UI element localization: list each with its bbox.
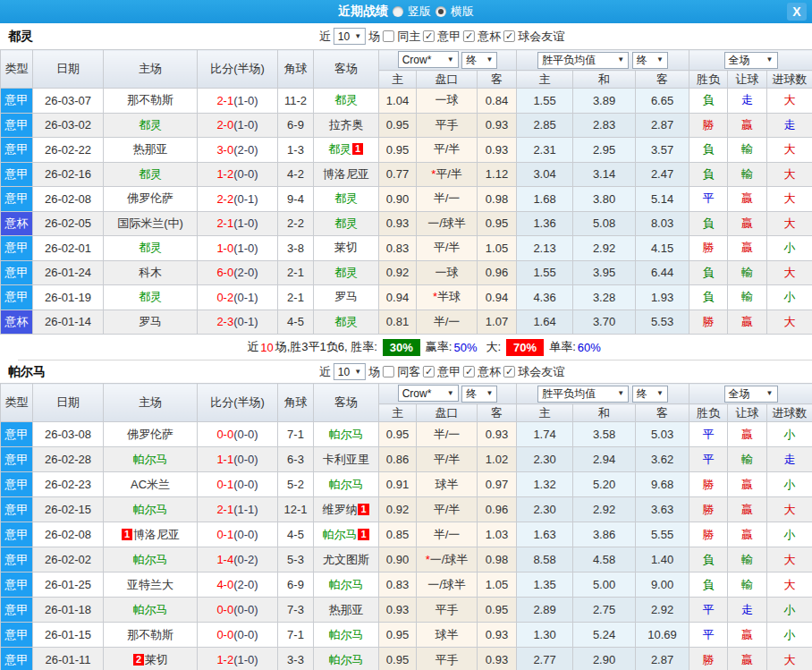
handicap-rate-value: 50% — [453, 341, 477, 354]
corner-score: 11-2 — [278, 89, 314, 114]
result-indicator: 負 — [689, 138, 728, 163]
home-odds: 0.93 — [379, 211, 417, 236]
avg-group-header: 胜平负均值▼ 终▼ — [517, 384, 689, 404]
league-label: 意甲 — [437, 364, 461, 380]
league-type-badge: 意杯 — [1, 211, 33, 236]
home-odds: 0.95 — [379, 138, 417, 163]
cup-checkbox[interactable]: ✓ — [463, 366, 475, 377]
corner-score: 7-1 — [278, 623, 314, 648]
chevron-down-icon: ▼ — [354, 33, 361, 40]
match-row: 意杯26-02-05国际米兰(中)2-1(1-0)2-2都灵0.93一/球半0.… — [1, 211, 812, 236]
scope-select[interactable]: 全场▼ — [724, 52, 778, 69]
home-odds: 0.92 — [379, 260, 417, 285]
match-score: 2-1(1-0) — [198, 211, 278, 236]
avg-away: 5.53 — [636, 310, 689, 335]
result-indicator: 負 — [689, 89, 728, 114]
away-team: 帕尔马1 — [314, 522, 379, 547]
result-indicator: 平 — [689, 623, 728, 648]
away-team: 博洛尼亚 — [314, 162, 379, 187]
radio-horizontal-label[interactable]: 横版 — [451, 4, 474, 20]
home-odds: 0.95 — [379, 623, 417, 648]
avg-select[interactable]: 胜平负均值▼ — [537, 386, 629, 403]
match-date: 26-01-14 — [33, 310, 104, 335]
league-type-badge: 意甲 — [1, 113, 33, 138]
avg-home: 1.63 — [517, 522, 573, 547]
near-label: 近 — [319, 364, 331, 380]
away-odds: 0.96 — [478, 260, 517, 285]
handicap-result-indicator: 輸 — [728, 138, 767, 163]
friendly-checkbox[interactable]: ✓ — [503, 30, 515, 42]
final-odds-select[interactable]: 终▼ — [461, 52, 497, 69]
league-checkbox[interactable]: ✓ — [423, 366, 435, 377]
league-checkbox[interactable]: ✓ — [423, 30, 435, 42]
away-team: 热那亚 — [314, 598, 379, 623]
cup-checkbox[interactable]: ✓ — [463, 30, 475, 42]
col-away: 客场 — [314, 384, 379, 422]
same-away-checkbox[interactable] — [383, 366, 394, 377]
same-away-label: 同客 — [397, 364, 420, 380]
radio-vertical-label[interactable]: 竖版 — [408, 4, 431, 20]
friendly-checkbox[interactable]: ✓ — [503, 366, 515, 377]
away-team: 都灵1 — [314, 138, 379, 163]
corner-score: 9-4 — [278, 187, 314, 212]
single-rate-value: 60% — [578, 341, 601, 354]
match-count-select[interactable]: 10▼ — [334, 28, 366, 45]
col-score: 比分(半场) — [198, 384, 278, 422]
final-odds-select[interactable]: 终▼ — [461, 386, 497, 403]
match-score: 0-0(0-0) — [198, 598, 278, 623]
league-type-badge: 意甲 — [1, 497, 33, 522]
match-count-select[interactable]: 10▼ — [334, 363, 366, 380]
away-team: 卡利亚里 — [314, 447, 379, 472]
home-team: 都灵 — [104, 236, 198, 261]
away-odds: 0.93 — [478, 138, 517, 163]
home-team: 国际米兰(中) — [104, 211, 198, 236]
home-odds: 0.83 — [379, 572, 417, 598]
chevron-down-icon: ▼ — [656, 390, 664, 397]
corner-score: 7-1 — [278, 422, 314, 447]
chevron-down-icon: ▼ — [354, 369, 361, 376]
avg-away: 5.55 — [636, 522, 689, 547]
avg-away: 9.68 — [636, 472, 689, 497]
home-odds: 0.85 — [379, 522, 417, 547]
close-icon[interactable]: X — [787, 3, 807, 21]
scope-select[interactable]: 全场▼ — [724, 386, 778, 403]
league-type-badge: 意甲 — [1, 472, 33, 497]
radio-vertical-layout[interactable] — [393, 6, 403, 17]
team-section-header-2: 帕尔马 近 10▼ 场 同客 ✓ 意甲 ✓ 意杯 ✓ 球会友谊 — [0, 360, 812, 383]
same-home-checkbox[interactable] — [383, 30, 394, 42]
match-row: 意甲26-02-22热那亚3-0(2-0)1-3都灵10.95平/半0.932.… — [1, 138, 812, 163]
result-indicator: 平 — [689, 447, 728, 472]
home-team: 帕尔马 — [104, 547, 198, 572]
bookmaker-select[interactable]: Crow*▼ — [398, 385, 459, 402]
avg-final-select[interactable]: 终▼ — [632, 386, 668, 403]
radio-horizontal-layout[interactable] — [436, 6, 446, 17]
odds-group-header: Crow*▼ 终▼ — [379, 50, 517, 71]
match-row: 意甲26-02-08佛罗伦萨2-2(0-1)9-4都灵0.90半/一0.981.… — [1, 187, 812, 212]
handicap-result-indicator: 贏 — [728, 522, 767, 547]
match-score: 3-0(2-0) — [198, 138, 278, 163]
games-label: 场 — [368, 29, 380, 45]
summary-count: 10 — [260, 341, 273, 354]
league-type-badge: 意甲 — [1, 447, 33, 472]
match-score: 0-1(0-0) — [198, 472, 278, 497]
handicap-line: 球半 — [417, 623, 478, 648]
col-goals: 进球数 — [767, 71, 812, 89]
goals-result-indicator: 大 — [767, 572, 812, 598]
check-icon: ✓ — [465, 367, 473, 377]
match-row: 意甲26-03-08佛罗伦萨0-0(0-0)7-1帕尔马0.95半/一0.931… — [1, 422, 812, 447]
league-type-badge: 意甲 — [1, 162, 33, 187]
col-type: 类型 — [1, 50, 33, 89]
handicap-result-indicator: 輸 — [728, 547, 767, 572]
avg-away: 3.62 — [636, 447, 689, 472]
filters-1: 近 10▼ 场 同主 ✓ 意甲 ✓ 意杯 ✓ 球会友谊 — [319, 28, 564, 45]
league-type-badge: 意甲 — [1, 260, 33, 285]
avg-draw: 2.94 — [573, 447, 636, 472]
bookmaker-select[interactable]: Crow*▼ — [398, 51, 459, 68]
goals-result-indicator: 小 — [767, 522, 812, 547]
avg-final-select[interactable]: 终▼ — [632, 52, 668, 69]
goals-result-indicator: 走 — [767, 113, 812, 138]
home-team: 那不勒斯 — [104, 89, 198, 114]
avg-select[interactable]: 胜平负均值▼ — [537, 52, 629, 69]
col-handicap: 盘口 — [417, 71, 478, 89]
corner-score: 6-9 — [278, 113, 314, 138]
